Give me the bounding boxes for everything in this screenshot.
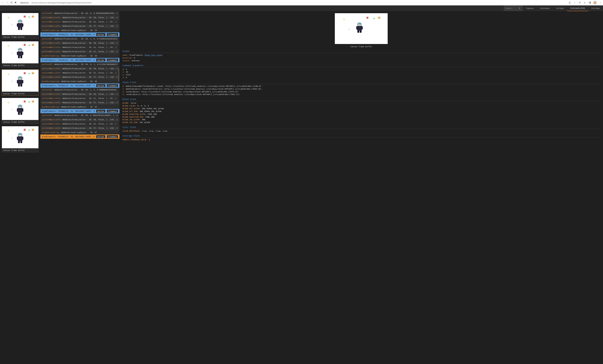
star-icon[interactable]: ☆	[573, 1, 576, 4]
command-row[interactable]: uniformMatrix3fv: WebGLUniformLocation -…	[40, 71, 119, 75]
command-row[interactable]: uniformMatrix4fv: WebGLUniformLocation -…	[40, 49, 119, 54]
kv-duration: duration: 0	[122, 57, 600, 59]
command-row[interactable]: uniformMatrix3fv: WebGLUniformLocation -…	[40, 96, 119, 100]
command-row[interactable]: uniformMatrix4fv: WebGLUniformLocation -…	[40, 126, 119, 130]
tab-captures[interactable]: Captures	[523, 5, 537, 11]
thumb-card[interactable]: Canvas frame buffer	[2, 41, 39, 67]
section-title: Command Arguments	[122, 64, 600, 67]
lightbulb-icon[interactable]	[583, 1, 586, 4]
thumb-image	[2, 13, 38, 35]
vertex-shader-link[interactable]: Vertex	[96, 84, 105, 87]
thumb-image	[2, 98, 38, 120]
command-row[interactable]: drawElements: TRIANGLES, 36, UNSIGNED_SH…	[40, 83, 119, 88]
nav-buttons	[1, 1, 13, 4]
command-list[interactable]: uniform3f: WebGLUniformLocation - ID: 64…	[40, 11, 119, 364]
command-row[interactable]: uniformMatrix4fv: WebGLUniformLocation -…	[40, 92, 119, 96]
kv-row: BLEND: false	[122, 102, 600, 105]
kv-row: BLEND_COLOR: 0, 0, 0, 0	[122, 105, 600, 107]
tab-commands[interactable]: Commands (316)	[567, 5, 588, 11]
section-title: Color State	[122, 126, 600, 129]
fragment-shader-link[interactable]: Fragment	[107, 33, 118, 36]
svg-rect-2	[590, 2, 591, 3]
kv-row: 2: renderObject (http://localhost:5173/n…	[122, 90, 600, 93]
thumb-label: Canvas frame buffer	[2, 92, 38, 96]
command-row[interactable]: uniformMatrix3fv: WebGLUniformLocation -…	[40, 122, 119, 126]
url-title: Spector.js	[20, 2, 29, 4]
vertex-shader-link[interactable]: Vertex	[96, 110, 105, 112]
avatar[interactable]	[593, 1, 597, 4]
command-row[interactable]: uniformMatrix4fv: WebGLUniformLocation -…	[40, 41, 119, 45]
command-row[interactable]: bindVertexArray: WebGLVertexArrayObject …	[40, 54, 119, 58]
kv-row: 0: WebGLIndexedBufferRenderer.render (ht…	[122, 85, 600, 88]
command-row[interactable]: uniformMatrix4fv: WebGLUniformLocation -…	[40, 15, 119, 20]
fragment-shader-link[interactable]: Fragment	[107, 135, 118, 138]
search-clear-button[interactable]: X	[518, 7, 521, 9]
top-toolbar: X Captures Information Init State Comman…	[0, 5, 603, 11]
back-button[interactable]	[1, 1, 4, 4]
help-link[interactable]: Open help page	[145, 54, 162, 56]
command-row[interactable]: uniformMatrix4fv: WebGLUniformLocation -…	[40, 66, 119, 71]
command-row[interactable]: uniformMatrix3fv: WebGLUniformLocation -…	[40, 20, 119, 24]
section-args: Command Arguments 0: 41: 362: 51233: 0	[122, 64, 600, 79]
thumb-card[interactable]: Canvas frame buffer	[2, 98, 39, 124]
command-row[interactable]: uniformMatrix4fv: WebGLUniformLocation -…	[40, 75, 119, 79]
section-title: Coverage State	[122, 135, 600, 138]
kv-row: 1: 36	[122, 71, 600, 74]
menu-icon[interactable]: ⋮	[599, 1, 602, 4]
scrollbar-thumb[interactable]	[118, 68, 119, 82]
vertex-shader-link[interactable]: Vertex	[96, 33, 105, 36]
panel-icon[interactable]	[588, 1, 591, 4]
command-row[interactable]: uniformMatrix4fv: WebGLUniformLocation -…	[40, 100, 119, 105]
command-row[interactable]: uniformMatrix4fv: WebGLUniformLocation -…	[40, 24, 119, 28]
share-icon[interactable]	[568, 1, 571, 4]
command-row[interactable]: uniformMatrix3fv: WebGLUniformLocation -…	[40, 45, 119, 49]
search-input[interactable]	[505, 7, 518, 9]
command-row[interactable]: bindVertexArray: WebGLVertexArrayObject …	[40, 130, 119, 134]
forward-button[interactable]	[6, 1, 8, 4]
command-row[interactable]: uniform3f: WebGLUniformLocation - ID: 64…	[40, 37, 119, 41]
thumb-card[interactable]: Canvas frame buffer	[2, 126, 39, 152]
vertex-shader-link[interactable]: Vertex	[96, 59, 105, 61]
detail-panel[interactable]: Canvas frame buffer Global name: drawEle…	[119, 11, 603, 364]
kv-row: SAMPLE_COVERAGE_VALUE: 1	[122, 138, 600, 141]
thumb-label: Canvas frame buffer	[2, 148, 38, 152]
tab-information[interactable]: Information	[537, 5, 553, 11]
thumb-label: Canvas frame buffer	[2, 120, 38, 124]
search-box[interactable]: X	[504, 5, 523, 11]
thumb-label: Canvas frame buffer	[2, 63, 38, 67]
vertex-shader-link[interactable]: Vertex	[96, 135, 105, 138]
extension-icon[interactable]	[14, 1, 17, 4]
section-title: Stack Trace	[122, 81, 600, 84]
section-title: Blend State	[122, 98, 600, 101]
command-row[interactable]: uniform3f: WebGLUniformLocation - ID: 64…	[40, 113, 119, 118]
command-row[interactable]: bindVertexArray: WebGLVertexArrayObject …	[40, 79, 119, 83]
command-row[interactable]: uniform3f: WebGLUniformLocation - ID: 64…	[40, 88, 119, 92]
command-row[interactable]: uniform3f: WebGLUniformLocation - ID: 64…	[40, 11, 119, 15]
kv-row: BLEND_EQUATION_ALPHA: FUNC_ADD	[122, 113, 600, 116]
fragment-shader-link[interactable]: Fragment	[107, 59, 118, 61]
fragment-shader-link[interactable]: Fragment	[107, 110, 118, 112]
command-row[interactable]: uniform3f: WebGLUniformLocation - ID: 64…	[40, 62, 119, 66]
fragment-shader-link[interactable]: Fragment	[107, 84, 118, 87]
url-bar[interactable]: Spector.js | chrome-extension://denbgaam…	[19, 1, 567, 4]
command-row[interactable]: uniformMatrix4fv: WebGLUniformLocation -…	[40, 118, 119, 122]
command-row[interactable]: drawElements: TRIANGLES, 36, UNSIGNED_SH…	[40, 33, 119, 37]
thumb-card[interactable]: Canvas frame buffer	[2, 69, 39, 96]
command-row[interactable]: drawElements: TRIANGLES, 36, UNSIGNED_SH…	[40, 109, 119, 113]
command-row[interactable]: drawElements: TRIANGLES, 36, UNSIGNED_SH…	[40, 58, 119, 62]
section-title: Global	[122, 50, 600, 53]
tab-end-state[interactable]: End State	[588, 5, 603, 11]
command-row[interactable]: bindVertexArray: WebGLVertexArrayObject …	[40, 105, 119, 109]
reload-button[interactable]	[10, 1, 13, 4]
preview-label: Canvas frame buffer	[350, 45, 372, 48]
extensions-icon[interactable]	[578, 1, 581, 4]
kv-row: 3: 0	[122, 76, 600, 79]
thumb-card[interactable]: Canvas frame buffer	[2, 13, 39, 39]
command-row[interactable]: drawElements: TRIANGLES, 36, UNSIGNED_SH…	[40, 134, 119, 139]
particle-green	[373, 18, 375, 19]
kv-row: 1: WebGLRenderer.renderBufferDirect (htt…	[122, 88, 600, 90]
sidebar-thumbnails[interactable]: Canvas frame buffer Canvas frame buffer …	[0, 11, 40, 364]
thumb-image	[2, 41, 38, 63]
tab-init-state[interactable]: Init State	[553, 5, 567, 11]
command-row[interactable]: bindVertexArray: WebGLVertexArrayObject …	[40, 28, 119, 33]
